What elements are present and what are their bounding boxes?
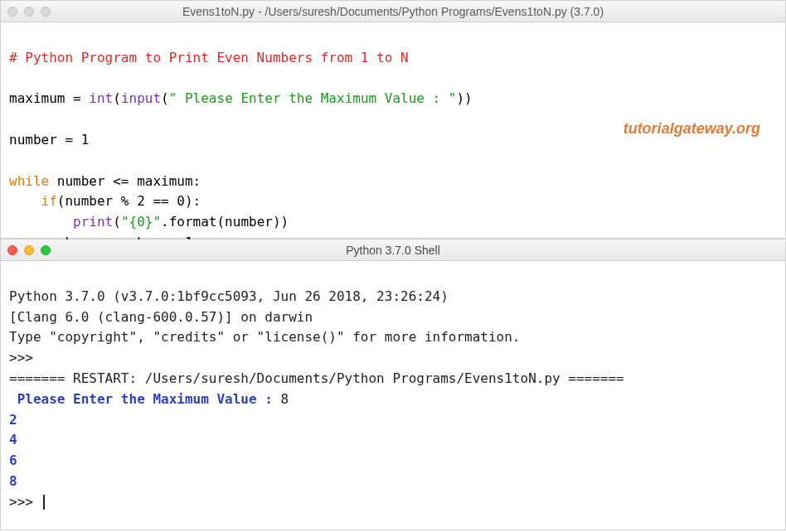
editor-titlebar: Evens1toN.py - /Users/suresh/Documents/P… xyxy=(1,1,785,22)
watermark: tutorialgateway.org xyxy=(623,118,760,141)
code-indent xyxy=(9,214,73,230)
code-indent xyxy=(9,193,41,209)
code-number: 1 xyxy=(81,132,90,148)
shell-window: Python 3.7.0 Shell Python 3.7.0 (v3.7.0:… xyxy=(0,239,786,530)
close-icon[interactable] xyxy=(7,7,17,17)
shell-title: Python 3.7.0 Shell xyxy=(1,244,785,257)
code-op: = xyxy=(65,90,89,106)
shell-titlebar: Python 3.7.0 Shell xyxy=(1,239,785,261)
editor-traffic-lights xyxy=(7,7,51,17)
shell-input-prompt: Please Enter the Maximum Value : xyxy=(9,391,281,407)
editor-window: Evens1toN.py - /Users/suresh/Documents/P… xyxy=(0,0,786,239)
code-keyword-if: if xyxy=(41,193,57,209)
cursor-icon xyxy=(43,495,45,510)
maximize-icon[interactable] xyxy=(41,7,51,17)
shell-restart: ======= RESTART: /Users/suresh/Documents… xyxy=(9,370,624,386)
shell-banner: Python 3.7.0 (v3.7.0:1bf9cc5093, Jun 26 … xyxy=(9,288,449,304)
shell-prompt: >>> xyxy=(9,350,41,365)
minimize-icon[interactable] xyxy=(24,7,34,17)
code-op: = xyxy=(57,132,81,148)
close-icon[interactable] xyxy=(7,245,17,255)
shell-output: 8 xyxy=(9,473,17,489)
maximize-icon[interactable] xyxy=(41,245,51,255)
code-paren: ( xyxy=(161,90,169,106)
code-var: maximum xyxy=(9,90,65,106)
shell-output: 4 xyxy=(9,432,17,447)
code-paren: ( xyxy=(113,214,121,230)
shell-input-value: 8 xyxy=(281,391,289,407)
code-cond: number <= maximum: xyxy=(49,173,201,189)
code-string: " Please Enter the Maximum Value : " xyxy=(169,90,457,106)
editor-content[interactable]: # Python Program to Print Even Numbers f… xyxy=(1,22,785,259)
shell-content[interactable]: Python 3.7.0 (v3.7.0:1bf9cc5093, Jun 26 … xyxy=(1,261,785,518)
shell-traffic-lights xyxy=(7,245,51,255)
code-method: .format(number)) xyxy=(161,214,289,230)
code-paren: ( xyxy=(113,90,121,106)
code-comment: # Python Program to Print Even Numbers f… xyxy=(9,50,409,65)
code-builtin-print: print xyxy=(73,214,113,230)
code-paren: )) xyxy=(456,90,472,106)
code-builtin-int: int xyxy=(89,90,113,106)
code-var: number xyxy=(9,132,57,148)
shell-output: 2 xyxy=(9,412,17,428)
minimize-icon[interactable] xyxy=(24,245,34,255)
code-string: "{0}" xyxy=(121,214,161,230)
shell-banner: Type "copyright", "credits" or "license(… xyxy=(9,329,521,345)
code-cond: (number % 2 == 0): xyxy=(57,193,201,209)
editor-title: Evens1toN.py - /Users/suresh/Documents/P… xyxy=(1,5,785,18)
code-builtin-input: input xyxy=(121,90,161,106)
code-keyword-while: while xyxy=(9,173,49,189)
shell-prompt: >>> xyxy=(9,494,41,510)
shell-banner: [Clang 6.0 (clang-600.0.57)] on darwin xyxy=(9,309,313,325)
shell-output: 6 xyxy=(9,452,17,468)
